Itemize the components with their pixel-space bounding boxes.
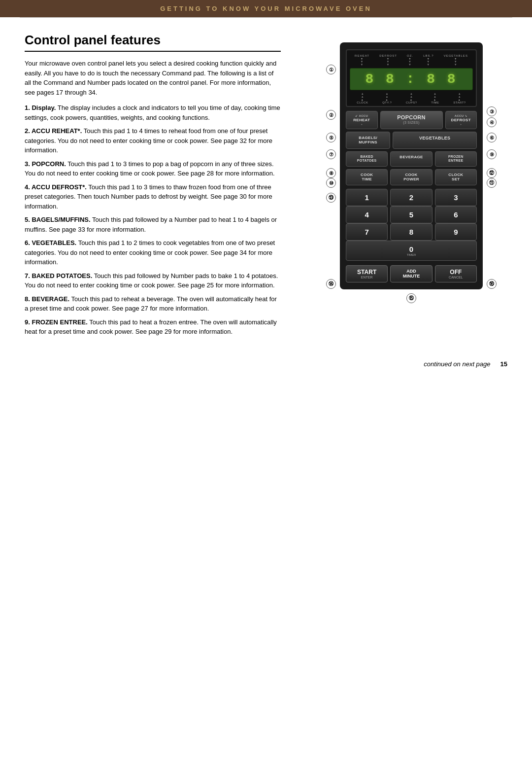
btn-row-2: BAGELS/ MUFFINS VEGETABLES — [346, 132, 477, 149]
circle-label-8: ⑧ — [326, 168, 336, 178]
vegetables-label: VEGETABLES — [395, 136, 474, 141]
indicator-oz: OZ.▼ — [407, 54, 413, 66]
indicator-defrost: DEFROST▼ — [379, 54, 397, 66]
feature-item-9: 9. FROZEN ENTREE. Touch this pad to heat… — [25, 317, 281, 337]
ind-start: ▲START? — [453, 92, 466, 104]
feature-8-bold: 8. BEVERAGE. — [25, 295, 69, 303]
num-5-button[interactable]: 5 — [390, 206, 432, 223]
accu-reheat-main: REHEAT — [347, 118, 376, 123]
start-label: START — [348, 269, 385, 276]
circle-label-9: ⑨ — [487, 149, 497, 159]
circle-label-15: ⑮ — [406, 293, 416, 303]
btn-row-4: COOK TIME COOK POWER CLOCK SET — [346, 169, 477, 185]
buttons-area: ↙ ACCU REHEAT + POPCORN (3 SIZES) ACCU ↘… — [346, 111, 477, 282]
page: GETTING TO KNOW YOUR MICROWAVE OVEN Cont… — [0, 0, 532, 769]
feature-1-text: The display includes a clock and indicat… — [25, 104, 280, 121]
intro-paragraph: Your microwave oven control panel lets y… — [25, 59, 281, 97]
off-button[interactable]: OFF CANCEL — [435, 265, 477, 282]
circle-label-5: ⑤ — [326, 133, 336, 142]
num-4-button[interactable]: 4 — [346, 206, 388, 223]
cook-power-button[interactable]: COOK POWER — [390, 169, 432, 185]
accu-defrost-button[interactable]: ACCU ↘ DEFROST + — [445, 111, 477, 129]
cook-power-label: COOK — [392, 173, 431, 177]
panel-wrapper: ① ② ③ ④ ⑤ ⑥ ⑦ ⑧ ⑨ ⑩ — [340, 37, 483, 289]
feature-item-2: 2. ACCU REHEAT*. Touch this pad 1 to 4 t… — [25, 126, 281, 155]
cook-time-label2: TIME — [347, 177, 386, 182]
circle-label-1: ① — [326, 65, 336, 74]
num-row-2: 4 5 6 — [346, 206, 477, 223]
display-digits: 8 8 : 8 8 — [354, 71, 468, 87]
feature-9-bold: 9. FROZEN ENTREE. — [25, 318, 88, 326]
num-1-button[interactable]: 1 — [346, 189, 388, 206]
entree-label: ENTREE — [436, 159, 475, 163]
timer-label: TIMER — [346, 253, 476, 256]
clock-set-button[interactable]: CLOCK SET — [435, 169, 477, 185]
start-button[interactable]: START ENTER — [346, 265, 388, 282]
muffins-label: MUFFINS — [348, 140, 388, 145]
numpad: 1 2 3 4 5 6 7 8 — [346, 189, 477, 261]
btn-row-1: ↙ ACCU REHEAT + POPCORN (3 SIZES) ACCU ↘… — [346, 111, 477, 129]
page-footer: continued on next page 15 — [0, 355, 532, 373]
feature-list: 1. Display. The display includes a clock… — [25, 103, 281, 337]
circle-label-12: ⑫ — [487, 168, 497, 178]
cook-time-button[interactable]: COOK TIME — [346, 169, 388, 185]
feature-6-bold: 6. VEGETABLES. — [25, 239, 76, 246]
vegetables-button[interactable]: VEGETABLES — [393, 132, 477, 149]
cancel-label: CANCEL — [437, 276, 474, 279]
beverage-label: BEVERAGE — [392, 155, 431, 160]
page-title: Control panel features — [25, 33, 281, 52]
circle-label-7: ⑦ — [326, 149, 336, 159]
num-8-button[interactable]: 8 — [390, 223, 432, 241]
circle-label-14: ⑭ — [326, 279, 336, 289]
feature-item-3: 3. POPCORN. Touch this pad 1 to 3 times … — [25, 159, 281, 178]
display-top-indicators: REHEAT▼ DEFROST▼ OZ.▼ LBS.?▼ VEGETABLES▼ — [350, 54, 473, 66]
accu-reheat-button[interactable]: ↙ ACCU REHEAT + — [346, 111, 378, 129]
content-area: Control panel features Your microwave ov… — [0, 18, 532, 355]
left-column: Control panel features Your microwave ov… — [25, 33, 281, 341]
baked-potatoes-button[interactable]: BAKED POTATOES — [346, 151, 388, 167]
continued-text: continued on next page — [424, 360, 490, 368]
circle-label-2: ② — [326, 110, 336, 120]
feature-item-5: 5. BAGELS/MUFFINS. Touch this pad follow… — [25, 215, 281, 234]
right-column: ① ② ③ ④ ⑤ ⑥ ⑦ ⑧ ⑨ ⑩ — [296, 33, 512, 341]
microwave-panel: REHEAT▼ DEFROST▼ OZ.▼ LBS.?▼ VEGETABLES▼… — [340, 42, 483, 289]
indicator-vegetables: VEGETABLES▼ — [444, 54, 468, 66]
num-7-button[interactable]: 7 — [346, 223, 388, 241]
popcorn-button[interactable]: POPCORN (3 SIZES) — [380, 111, 443, 129]
circle-label-16: ⑯ — [487, 279, 497, 289]
feature-item-8: 8. BEVERAGE. Touch this pad to reheat a … — [25, 294, 281, 314]
num-6-button[interactable]: 6 — [435, 206, 477, 223]
feature-item-4: 4. ACCU DEFROST*. Touch this pad 1 to 3 … — [25, 182, 281, 211]
header-bar: GETTING TO KNOW YOUR MICROWAVE OVEN — [0, 0, 532, 17]
bottom-btn-row: START ENTER ADDMINUTE OFF CANCEL — [346, 265, 477, 282]
potatoes-label: POTATOES — [347, 159, 386, 163]
cook-power-label2: POWER — [392, 177, 431, 182]
num-row-1: 1 2 3 — [346, 189, 477, 206]
frozen-entree-button[interactable]: FROZEN ENTREE — [435, 151, 477, 167]
feature-2-bold: 2. ACCU REHEAT*. — [25, 127, 82, 135]
indicator-lbs: LBS.?▼ — [423, 54, 433, 66]
circle-label-6: ⑥ — [487, 133, 497, 142]
feature-3-bold: 3. POPCORN. — [25, 160, 66, 168]
feature-7-bold: 7. BAKED POTATOES. — [25, 272, 92, 280]
feature-5-bold: 5. BAGELS/MUFFINS. — [25, 216, 91, 223]
display-bottom-indicators: ▲CLOCK ▲QTY.? ▲CUPS? ▲TIME ▲START? — [350, 92, 473, 104]
circle-label-3: ③ — [487, 106, 497, 116]
indicator-reheat: REHEAT▼ — [355, 54, 369, 66]
num-3-button[interactable]: 3 — [435, 189, 477, 206]
add-minute-label: ADDMINUTE — [393, 269, 430, 279]
bagels-muffins-button[interactable]: BAGELS/ MUFFINS — [346, 132, 390, 149]
frozen-label: FROZEN — [436, 155, 475, 159]
btn-row-3: BAKED POTATOES BEVERAGE FROZEN ENTREE — [346, 151, 477, 167]
num-zero-row: 0 TIMER — [346, 241, 477, 261]
popcorn-sub: (3 SIZES) — [383, 121, 440, 125]
num-2-button[interactable]: 2 — [390, 189, 432, 206]
feature-4-bold: 4. ACCU DEFROST*. — [25, 183, 87, 191]
popcorn-label: POPCORN — [383, 114, 440, 121]
add-minute-button[interactable]: ADDMINUTE — [390, 265, 432, 282]
beverage-button[interactable]: BEVERAGE — [390, 151, 432, 167]
circle-label-13: ⑬ — [326, 193, 336, 203]
num-9-button[interactable]: 9 — [435, 223, 477, 241]
accu-reheat-label: ↙ ACCU — [347, 114, 376, 118]
num-0-button[interactable]: 0 TIMER — [346, 241, 477, 261]
